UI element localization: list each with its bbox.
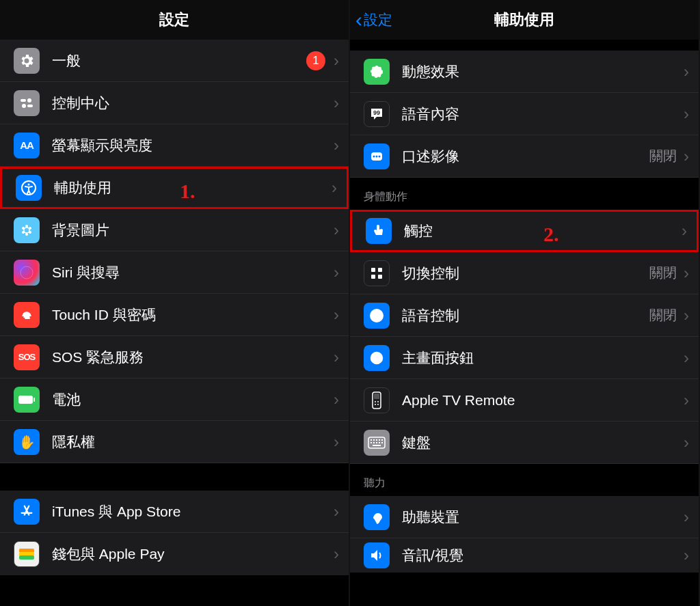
nav-title: 設定 xyxy=(159,10,189,30)
svg-rect-50 xyxy=(373,442,375,443)
control-center-icon xyxy=(14,90,40,116)
section-header-physical: 身體動作 xyxy=(350,178,699,210)
row-audio-visual[interactable]: 音訊/視覺 › xyxy=(350,538,699,573)
svg-rect-47 xyxy=(379,439,380,441)
svg-rect-0 xyxy=(21,99,26,102)
row-voice-control[interactable]: 語音控制 關閉 › xyxy=(350,294,699,337)
chevron-right-icon: › xyxy=(334,348,339,367)
svg-rect-14 xyxy=(18,396,33,404)
row-label: 控制中心 xyxy=(52,94,334,113)
chevron-right-icon: › xyxy=(684,62,689,81)
chevron-right-icon: › xyxy=(332,178,337,197)
row-general[interactable]: 一般 1 › xyxy=(0,40,349,82)
svg-point-10 xyxy=(25,233,28,236)
chevron-right-icon: › xyxy=(334,136,339,155)
row-label: 切換控制 xyxy=(402,264,649,283)
row-label: Apple TV Remote xyxy=(402,392,684,409)
row-label: 主畫面按鈕 xyxy=(402,348,684,368)
row-wallet[interactable]: 錢包與 Apple Pay › xyxy=(0,533,349,575)
chevron-right-icon: › xyxy=(684,391,689,410)
accessibility-list: 動態效果 › 99 語音內容 › 口述影像 關閉 › 身體動作 觸控 › 2. xyxy=(350,40,699,573)
row-label: 錢包與 Apple Pay xyxy=(52,545,334,564)
row-value: 關閉 xyxy=(649,147,677,165)
svg-rect-45 xyxy=(373,439,375,441)
display-icon: AA xyxy=(14,133,40,159)
tv-remote-icon xyxy=(364,387,390,413)
chevron-right-icon: › xyxy=(684,433,689,452)
section-header-hearing: 聽力 xyxy=(350,464,699,496)
row-audio-desc[interactable]: 口述影像 關閉 › xyxy=(350,135,699,178)
row-label: SOS 緊急服務 xyxy=(52,348,334,367)
row-switch-control[interactable]: 切換控制 關閉 › xyxy=(350,252,699,294)
chevron-left-icon: ‹ xyxy=(355,10,362,30)
svg-rect-44 xyxy=(371,439,372,441)
svg-rect-51 xyxy=(376,442,377,443)
svg-rect-48 xyxy=(381,439,383,441)
svg-point-3 xyxy=(22,104,26,108)
chevron-right-icon: › xyxy=(684,508,689,527)
navbar-left: 設定 xyxy=(0,0,349,40)
svg-point-27 xyxy=(376,155,378,157)
svg-point-12 xyxy=(22,227,25,230)
row-battery[interactable]: 電池 › xyxy=(0,378,349,421)
accessibility-panel: ‹ 設定 輔助使用 動態效果 › 99 語音內容 › 口述影像 關閉 xyxy=(350,0,700,606)
voice-control-icon xyxy=(364,303,390,329)
row-touch[interactable]: 觸控 › 2. xyxy=(350,210,699,252)
row-sos[interactable]: SOS SOS 緊急服務 › xyxy=(0,336,349,378)
row-label: 動態效果 xyxy=(402,62,684,81)
row-home-button[interactable]: 主畫面按鈕 › xyxy=(350,337,699,379)
row-label: 一般 xyxy=(52,51,306,70)
row-value: 關閉 xyxy=(649,306,677,325)
nav-title: 輔助使用 xyxy=(494,10,554,30)
row-label: iTunes 與 App Store xyxy=(52,502,334,521)
svg-rect-32 xyxy=(378,275,382,279)
audio-visual-icon xyxy=(364,542,390,568)
row-display[interactable]: AA 螢幕顯示與亮度 › xyxy=(0,124,349,167)
svg-rect-15 xyxy=(33,398,35,402)
row-label: 背景圖片 xyxy=(52,221,334,240)
chevron-right-icon: › xyxy=(334,263,339,282)
chevron-right-icon: › xyxy=(334,221,339,240)
row-label: 電池 xyxy=(52,390,334,409)
chevron-right-icon: › xyxy=(334,432,339,452)
hearing-icon xyxy=(364,504,390,530)
row-privacy[interactable]: ✋ 隱私權 › xyxy=(0,421,349,463)
battery-icon xyxy=(14,387,40,413)
row-wallpaper[interactable]: 背景圖片 › xyxy=(0,209,349,251)
row-touchid[interactable]: Touch ID 與密碼 › xyxy=(0,294,349,336)
wallpaper-icon xyxy=(14,217,40,243)
row-keyboard[interactable]: 鍵盤 › xyxy=(350,422,699,464)
svg-point-39 xyxy=(375,401,376,402)
row-itunes[interactable]: iTunes 與 App Store › xyxy=(0,491,349,533)
row-control-center[interactable]: 控制中心 › xyxy=(0,82,349,124)
chevron-right-icon: › xyxy=(334,94,339,113)
row-hearing[interactable]: 助聽裝置 › xyxy=(350,496,699,538)
chevron-right-icon: › xyxy=(334,390,339,409)
svg-rect-29 xyxy=(371,268,375,272)
svg-point-13 xyxy=(21,266,33,279)
row-accessibility[interactable]: 輔助使用 › 1. xyxy=(0,167,349,209)
svg-point-35 xyxy=(378,313,379,314)
svg-point-8 xyxy=(29,227,31,230)
chevron-right-icon: › xyxy=(682,221,687,240)
svg-point-7 xyxy=(25,225,28,228)
row-label: 輔助使用 xyxy=(54,178,332,197)
svg-point-40 xyxy=(377,401,379,402)
row-tv-remote[interactable]: Apple TV Remote › xyxy=(350,379,699,422)
chevron-right-icon: › xyxy=(334,305,339,325)
accessibility-icon xyxy=(16,175,42,201)
row-motion[interactable]: 動態效果 › xyxy=(350,51,699,93)
svg-point-9 xyxy=(29,231,31,234)
row-value: 關閉 xyxy=(649,264,677,282)
row-siri[interactable]: Siri 與搜尋 › xyxy=(0,251,349,294)
chevron-right-icon: › xyxy=(684,147,689,166)
sos-icon: SOS xyxy=(14,344,40,370)
section-gap xyxy=(0,463,349,491)
svg-point-11 xyxy=(22,231,25,234)
row-label: 口述影像 xyxy=(402,147,649,166)
row-label: 螢幕顯示與亮度 xyxy=(52,136,334,155)
svg-point-26 xyxy=(373,155,375,157)
row-spoken-content[interactable]: 99 語音內容 › xyxy=(350,93,699,135)
svg-rect-52 xyxy=(379,442,380,443)
back-button[interactable]: ‹ 設定 xyxy=(355,10,392,30)
